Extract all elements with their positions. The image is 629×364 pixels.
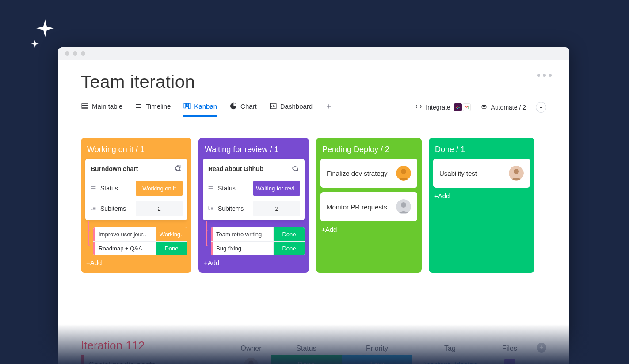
kanban-card[interactable]: Monitor PR requests xyxy=(320,192,417,221)
group-title[interactable]: Iteration 112 xyxy=(81,339,231,353)
cell-priority[interactable]: Low xyxy=(342,355,412,364)
cell-status[interactable]: Done xyxy=(271,355,342,364)
cell-owner[interactable] xyxy=(231,355,271,364)
column-title: Working on it / 1 xyxy=(85,142,187,159)
cell-tag[interactable]: #content #design xyxy=(412,355,488,364)
avatar xyxy=(396,166,411,181)
sparkle-icon xyxy=(34,18,56,39)
kanban-card[interactable]: Usability test xyxy=(433,159,530,188)
page-title: Team iteration xyxy=(81,72,546,92)
integration-apps xyxy=(454,103,471,111)
tab-chart[interactable]: Chart xyxy=(229,102,257,117)
subitem-row[interactable]: Team retro writing Done xyxy=(211,228,305,242)
tab-kanban[interactable]: Kanban xyxy=(183,102,217,117)
sparkle-icon xyxy=(30,39,40,49)
card-title: Usability test xyxy=(439,170,477,177)
add-column-button[interactable]: + xyxy=(537,343,546,353)
column-pending: Pending Deploy / 2 Finalize dev strategy… xyxy=(316,138,422,273)
subitem-title: Team retro writing xyxy=(213,228,274,241)
kanban-card[interactable]: Finalize dev strategy xyxy=(320,159,417,188)
slack-app-icon xyxy=(454,103,462,111)
comments-icon[interactable] xyxy=(291,164,299,174)
col-header-owner[interactable]: Owner xyxy=(231,345,271,353)
svg-point-40 xyxy=(401,202,406,208)
subitem-row[interactable]: Roadmap + Q&A Done xyxy=(93,242,187,255)
kanban-icon xyxy=(183,102,191,110)
subitem-status[interactable]: Working.. xyxy=(156,228,187,241)
col-header-files[interactable]: Files xyxy=(488,345,532,353)
subitem-status[interactable]: Done xyxy=(274,242,305,255)
tab-main-table[interactable]: Main table xyxy=(81,102,122,117)
view-tabs: Main table Timeline Kanban Chart Dashboa… xyxy=(81,101,546,118)
gmail-app-icon xyxy=(463,103,471,111)
collapse-button[interactable] xyxy=(536,102,546,113)
comments-icon[interactable] xyxy=(174,164,182,174)
status-value[interactable]: Working on it xyxy=(136,181,183,196)
subitem-title: Bug fixing xyxy=(213,242,274,255)
column-working: Working on it / 1 Burndown chart Status … xyxy=(81,138,191,273)
add-view-button[interactable]: ＋ xyxy=(325,101,333,118)
window-close-dot[interactable] xyxy=(65,51,69,56)
subitem-title: Roadmap + Q&A xyxy=(95,242,156,255)
svg-rect-15 xyxy=(456,107,457,108)
column-title: Waiting for review / 1 xyxy=(203,142,305,159)
subitem-row[interactable]: Improve user jour.. Working.. xyxy=(93,228,187,242)
col-header-tag[interactable]: Tag xyxy=(412,345,488,353)
avatar xyxy=(509,166,524,181)
col-header-status[interactable]: Status xyxy=(271,345,342,353)
svg-rect-16 xyxy=(458,107,460,108)
window-min-dot[interactable] xyxy=(73,51,77,56)
window-max-dot[interactable] xyxy=(81,51,85,56)
svg-point-23 xyxy=(484,106,485,107)
avatar xyxy=(396,199,411,214)
column-review: Waiting for review / 1 Read about Github… xyxy=(198,138,309,273)
chart-icon xyxy=(229,102,237,110)
card-title: Finalize dev strategy xyxy=(327,170,388,177)
add-card-button[interactable]: +Add xyxy=(85,259,187,266)
status-label: Status xyxy=(218,185,236,192)
subitem-status[interactable]: Done xyxy=(156,242,187,255)
subitem-row[interactable]: Bug fixing Done xyxy=(211,242,305,255)
board-more-menu[interactable] xyxy=(537,74,552,77)
subitems-count: 2 xyxy=(136,201,183,216)
tab-timeline[interactable]: Timeline xyxy=(135,102,171,117)
subitem-connector xyxy=(85,221,94,255)
tag-link[interactable]: #content xyxy=(423,361,450,364)
svg-rect-0 xyxy=(82,103,88,109)
svg-rect-20 xyxy=(468,106,469,109)
row-name: Social media posts xyxy=(84,355,231,364)
subitems-label: Subitems xyxy=(100,205,126,212)
cell-files[interactable] xyxy=(488,355,532,364)
subitem-status[interactable]: Done xyxy=(274,228,305,241)
integrate-icon xyxy=(415,103,422,111)
dashboard-icon xyxy=(269,102,277,110)
subitem-title: Improve user jour.. xyxy=(95,228,156,241)
subitems-list: Improve user jour.. Working.. Roadmap + … xyxy=(93,228,187,255)
tab-label: Timeline xyxy=(146,102,171,110)
automate-button[interactable]: Automate / 2 xyxy=(480,103,526,111)
tag-link[interactable]: #design xyxy=(453,361,477,364)
automate-label: Automate / 2 xyxy=(491,104,526,111)
svg-point-42 xyxy=(514,169,519,174)
card-title: Burndown chart xyxy=(91,165,138,172)
kanban-card[interactable]: Read about Github Status Waiting for rev… xyxy=(203,159,305,220)
avatar xyxy=(244,358,258,364)
col-header-priority[interactable]: Priority xyxy=(342,345,412,353)
status-value[interactable]: Waiting for revi.. xyxy=(253,181,300,196)
add-card-button[interactable]: +Add xyxy=(203,259,305,266)
card-title: Read about Github xyxy=(208,165,263,172)
add-card-button[interactable]: +Add xyxy=(433,192,530,200)
integrate-button[interactable]: Integrate xyxy=(415,103,470,111)
subitems-list: Team retro writing Done Bug fixing Done xyxy=(211,228,305,255)
tab-label: Dashboard xyxy=(280,102,313,110)
kanban-card[interactable]: Burndown chart Status Working on it Subi… xyxy=(85,159,187,220)
kanban-board: Working on it / 1 Burndown chart Status … xyxy=(81,138,546,273)
tab-dashboard[interactable]: Dashboard xyxy=(269,102,313,117)
subitems-label: Subitems xyxy=(218,205,244,212)
table-row[interactable]: Social media posts Done Low #content #de… xyxy=(81,355,546,364)
subitems-count: 2 xyxy=(253,201,300,216)
window-titlebar xyxy=(58,47,569,60)
svg-rect-7 xyxy=(184,103,186,108)
add-card-button[interactable]: +Add xyxy=(320,226,417,233)
column-title: Pending Deploy / 2 xyxy=(320,142,417,159)
